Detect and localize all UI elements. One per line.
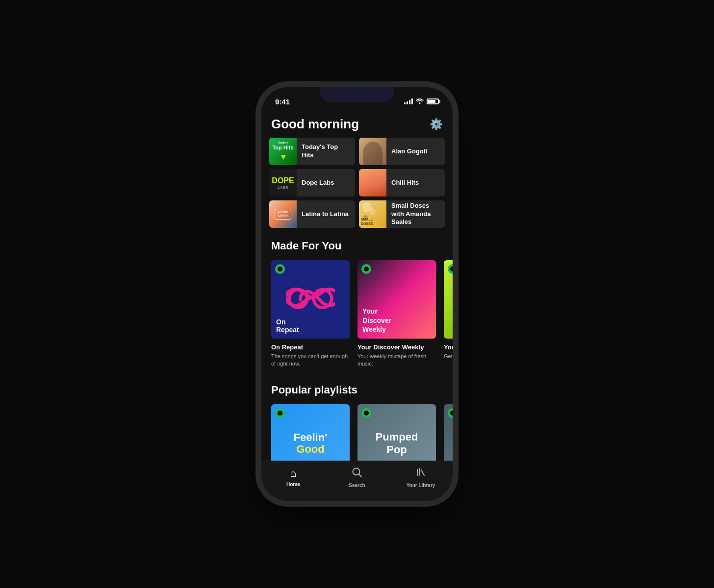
label-chill-hits: Chill Hits xyxy=(386,179,424,187)
discover-art-text: YourDiscoverWeekly xyxy=(362,307,391,334)
header: Good morning ⚙️ xyxy=(261,109,453,138)
label-small-doses: Small Doses with Amanda Saales xyxy=(386,202,445,227)
battery-icon xyxy=(427,98,439,104)
art-discover-weekly: YourDiscoverWeekly xyxy=(357,260,436,339)
popular-playlists-title: Popular playlists xyxy=(261,384,453,404)
label-latina-to-latina: Latina to Latina xyxy=(297,210,354,219)
phone-screen: 9:41 xyxy=(261,87,453,501)
search-icon xyxy=(352,467,362,481)
bottom-navigation: ⌂ Home Search xyxy=(261,461,453,501)
feelin-good-art-text: Feelin'Good xyxy=(294,432,328,455)
page-title: Good morning xyxy=(271,117,359,132)
label-alan-gogoll: Alan Gogoll xyxy=(386,147,432,156)
playlist-card-music-anew[interactable]: D Your Get new play... xyxy=(444,260,453,368)
spotify-badge-anew xyxy=(448,264,453,274)
art-small-doses: SMALLDOSES xyxy=(359,200,386,228)
art-latina-to-latina: LATINA·LATINA xyxy=(269,200,297,228)
made-for-you-section: Made For You xyxy=(261,240,453,372)
quick-item-chill-hits[interactable]: Chill Hits xyxy=(359,169,445,196)
signal-icon xyxy=(404,98,413,104)
quick-item-todays-top-hits[interactable]: Today's Top Hits ▾ Today's Top Hits xyxy=(269,138,355,165)
on-repeat-title: On Repeat xyxy=(271,343,350,351)
phone-frame: 9:41 xyxy=(261,87,453,501)
notch xyxy=(320,87,394,102)
quick-access-grid: Today's Top Hits ▾ Today's Top Hits Alan… xyxy=(261,138,453,228)
on-repeat-art-label: OnRepeat xyxy=(276,318,299,334)
discover-weekly-title: Your Discover Weekly xyxy=(357,343,436,351)
quick-item-dope-labs[interactable]: DOPE LABS Dope Labs xyxy=(269,169,355,196)
spotify-badge-feelin xyxy=(275,408,285,418)
wifi-icon xyxy=(416,98,424,105)
spotify-badge-pumped xyxy=(361,408,371,418)
library-icon xyxy=(415,467,426,481)
nav-search[interactable]: Search xyxy=(342,467,372,488)
spotify-badge-discover xyxy=(361,264,371,274)
playlist-card-discover-weekly[interactable]: YourDiscoverWeekly Your Discover Weekly … xyxy=(357,260,436,368)
label-todays-top-hits: Today's Top Hits xyxy=(297,143,355,160)
status-time: 9:41 xyxy=(275,98,290,106)
spotify-badge xyxy=(275,264,285,274)
svg-line-6 xyxy=(421,470,424,475)
quick-item-alan-gogoll[interactable]: Alan Gogoll xyxy=(359,138,445,165)
art-on-repeat: OnRepeat xyxy=(271,260,350,339)
nav-search-label: Search xyxy=(349,483,365,488)
settings-icon[interactable]: ⚙️ xyxy=(430,118,443,131)
playlist-card-on-repeat[interactable]: OnRepeat On Repeat The songs you can't g… xyxy=(271,260,350,368)
nav-library-label: Your Library xyxy=(407,483,435,488)
quick-item-small-doses[interactable]: SMALLDOSES Small Doses with Amanda Saale… xyxy=(359,200,445,228)
art-todays-top-hits: Today's Top Hits ▾ xyxy=(269,138,297,165)
made-for-you-list: OnRepeat On Repeat The songs you can't g… xyxy=(261,260,453,372)
main-content: Good morning ⚙️ Today's Top Hits ▾ Today… xyxy=(261,109,453,501)
pumped-pop-art-text: PumpedPop xyxy=(376,431,418,456)
discover-weekly-desc: Your weekly mixtape of fresh music. xyxy=(357,353,436,368)
on-repeat-desc: The songs you can't get enough of right … xyxy=(271,353,350,368)
music-anew-desc: Get new play... xyxy=(444,353,453,360)
nav-home[interactable]: ⌂ Home xyxy=(279,467,308,487)
made-for-you-title: Made For You xyxy=(261,240,453,260)
art-dope-labs: DOPE LABS xyxy=(269,169,297,196)
music-anew-title: Your xyxy=(444,343,453,351)
status-icons xyxy=(404,98,439,105)
label-dope-labs: Dope Labs xyxy=(297,179,339,187)
art-alan-gogoll xyxy=(359,138,386,165)
art-chill-hits xyxy=(359,169,386,196)
spotify-badge-third xyxy=(448,408,453,418)
home-icon: ⌂ xyxy=(290,467,296,480)
nav-home-label: Home xyxy=(286,482,300,487)
art-music-anew: D xyxy=(444,260,453,339)
svg-point-0 xyxy=(419,102,421,104)
nav-library[interactable]: Your Library xyxy=(406,467,435,488)
quick-item-latina-to-latina[interactable]: LATINA·LATINA Latina to Latina xyxy=(269,200,355,228)
